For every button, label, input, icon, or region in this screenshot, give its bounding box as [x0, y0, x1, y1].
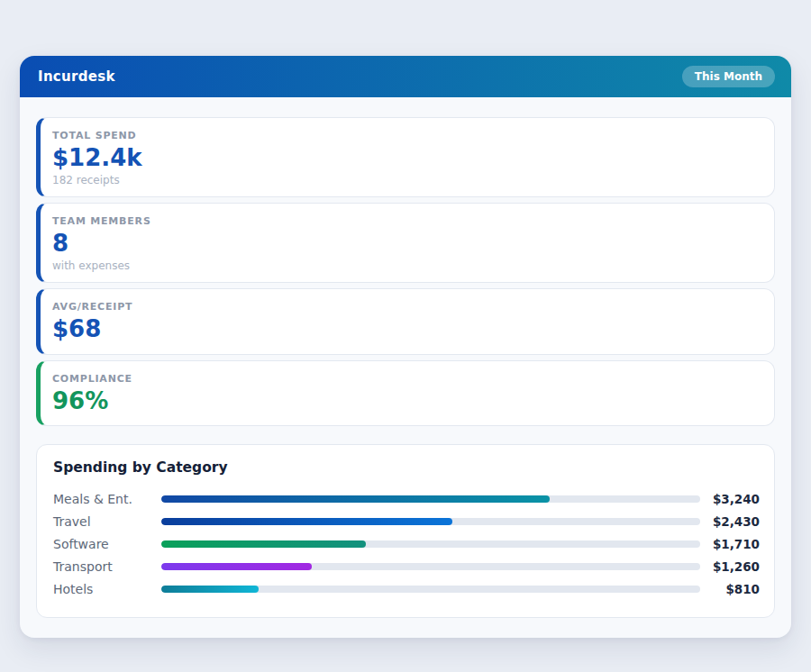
chart-bar-fill: [161, 495, 550, 503]
chart-category-label: Meals & Ent.: [53, 492, 161, 506]
chart-row: Software$1,710: [53, 533, 760, 556]
stat-value: $68: [52, 315, 758, 343]
chart-bar-fill: [161, 540, 366, 548]
stat-label: TOTAL SPEND: [52, 130, 758, 141]
chart-category-label: Travel: [53, 514, 161, 529]
stat-subtext: 182 receipts: [52, 174, 758, 186]
chart-bar-track: [161, 518, 700, 525]
chart-row: Meals & Ent.$3,240: [53, 488, 760, 511]
chart-bar-fill: [161, 518, 452, 525]
chart-value-label: $1,260: [700, 559, 760, 574]
stat-value: 8: [52, 230, 758, 258]
stat-card-compliance: COMPLIANCE 96%: [36, 360, 775, 426]
chart-value-label: $3,240: [700, 492, 760, 506]
stat-card-total-spend: TOTAL SPEND $12.4k 182 receipts: [36, 117, 775, 197]
chart-category-label: Software: [53, 537, 161, 551]
chart-bar-fill: [161, 586, 259, 593]
stat-card-avg-receipt: AVG/RECEIPT $68: [36, 288, 775, 354]
chart-category-label: Transport: [53, 559, 161, 574]
chart-value-label: $1,710: [700, 537, 760, 551]
chart-bar-fill: [161, 563, 312, 570]
stat-label: COMPLIANCE: [52, 373, 758, 385]
chart-category-label: Hotels: [53, 582, 161, 596]
chart-value-label: $810: [700, 582, 760, 596]
chart-row: Transport$1,260: [53, 556, 760, 578]
page-background: Incurdesk This Month TOTAL SPEND $12.4k …: [0, 0, 811, 672]
stat-card-team-members: TEAM MEMBERS 8 with expenses: [36, 203, 775, 283]
chart-bar-track: [161, 563, 700, 570]
chart-row: Travel$2,430: [53, 511, 760, 533]
app-header: Incurdesk This Month: [20, 56, 791, 97]
chart-value-label: $2,430: [700, 514, 760, 529]
stat-subtext: with expenses: [52, 259, 758, 272]
spending-by-category-card: Spending by Category Meals & Ent.$3,240T…: [36, 444, 775, 618]
chart-title: Spending by Category: [53, 459, 760, 476]
chart-bar-track: [161, 586, 700, 593]
chart-rows: Meals & Ent.$3,240Travel$2,430Software$1…: [53, 488, 760, 601]
dashboard-content: TOTAL SPEND $12.4k 182 receipts TEAM MEM…: [20, 97, 791, 638]
stat-label: TEAM MEMBERS: [52, 215, 758, 227]
chart-bar-track: [161, 540, 700, 548]
app-title: Incurdesk: [38, 68, 115, 85]
period-badge[interactable]: This Month: [682, 66, 775, 87]
chart-row: Hotels$810: [53, 578, 760, 601]
app-window: Incurdesk This Month TOTAL SPEND $12.4k …: [20, 56, 791, 638]
stat-value: $12.4k: [52, 144, 758, 172]
chart-bar-track: [161, 495, 700, 503]
stat-label: AVG/RECEIPT: [52, 301, 758, 313]
stat-value: 96%: [52, 387, 758, 415]
